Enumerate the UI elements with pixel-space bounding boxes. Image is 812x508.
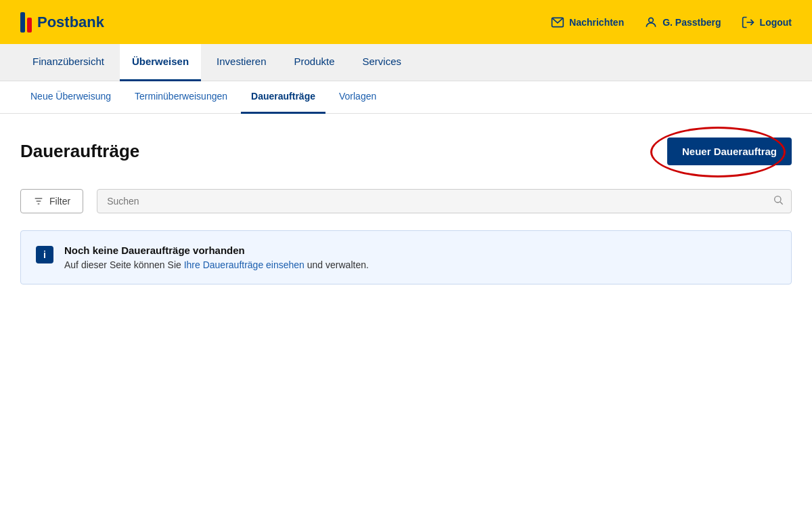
messages-nav-item[interactable]: Nachrichten (551, 16, 624, 29)
page-title: Daueraufträge (20, 141, 139, 162)
brand-name: Postbank (37, 14, 104, 31)
info-title: Noch keine Daueraufträge vorhanden (64, 245, 369, 256)
svg-point-1 (649, 18, 654, 22)
filter-button[interactable]: Filter (20, 189, 83, 213)
svg-point-6 (775, 196, 781, 203)
nav-item-produkte[interactable]: Produkte (281, 44, 346, 81)
search-wrapper (97, 189, 792, 213)
main-content: Daueraufträge Neuer Dauerauftrag Filter (0, 114, 812, 308)
svg-line-7 (780, 202, 783, 205)
logout-label: Logout (760, 17, 792, 28)
header: Postbank Nachrichten G. Passtberg Logout (0, 0, 812, 44)
search-input[interactable] (97, 189, 792, 213)
new-dauerauftrag-button[interactable]: Neuer Dauerauftrag (667, 137, 792, 165)
info-text-block: Noch keine Daueraufträge vorhanden Auf d… (64, 245, 369, 270)
nav-item-ueberweisen[interactable]: Überweisen (120, 44, 201, 81)
header-nav: Nachrichten G. Passtberg Logout (551, 16, 792, 29)
filter-search-row: Filter (20, 189, 792, 213)
user-icon (644, 16, 658, 29)
page-header: Daueraufträge Neuer Dauerauftrag (20, 137, 792, 165)
nav-item-services[interactable]: Services (351, 44, 414, 81)
logo-stripe-red (27, 18, 32, 33)
filter-label: Filter (49, 196, 70, 207)
search-icon (773, 194, 784, 208)
sub-nav-terminueberweisungen[interactable]: Terminüberweisungen (125, 81, 238, 114)
new-dauerauftrag-button-wrapper: Neuer Dauerauftrag (667, 137, 792, 165)
info-box: i Noch keine Daueraufträge vorhanden Auf… (20, 230, 792, 284)
info-desc-prefix: Auf dieser Seite können Sie (64, 259, 184, 270)
user-nav-item[interactable]: G. Passtberg (644, 16, 721, 29)
user-label: G. Passtberg (662, 17, 721, 28)
info-desc-link[interactable]: Ihre Daueraufträge einsehen (184, 259, 304, 270)
logout-icon (742, 16, 755, 29)
messages-label: Nachrichten (569, 17, 624, 28)
sub-nav-vorlagen[interactable]: Vorlagen (329, 81, 386, 114)
envelope-icon (551, 16, 564, 29)
info-desc-suffix: und verwalten. (304, 259, 369, 270)
nav-item-investieren[interactable]: Investieren (204, 44, 278, 81)
info-description: Auf dieser Seite können Sie Ihre Dauerau… (64, 259, 369, 270)
sub-navigation: Neue Überweisung Terminüberweisungen Dau… (0, 81, 812, 114)
logout-nav-item[interactable]: Logout (742, 16, 792, 29)
filter-icon (33, 196, 44, 207)
logo-stripes (20, 12, 32, 33)
info-icon: i (36, 246, 53, 263)
nav-item-finanzuebersicht[interactable]: Finanzübersicht (20, 44, 116, 81)
sub-nav-neue-ueberweisung[interactable]: Neue Überweisung (20, 81, 121, 114)
sub-nav-dauerauftraege[interactable]: Daueraufträge (241, 81, 325, 114)
logo: Postbank (20, 12, 104, 33)
main-navigation: Finanzübersicht Überweisen Investieren P… (0, 44, 812, 81)
logo-stripe-blue (20, 12, 25, 33)
